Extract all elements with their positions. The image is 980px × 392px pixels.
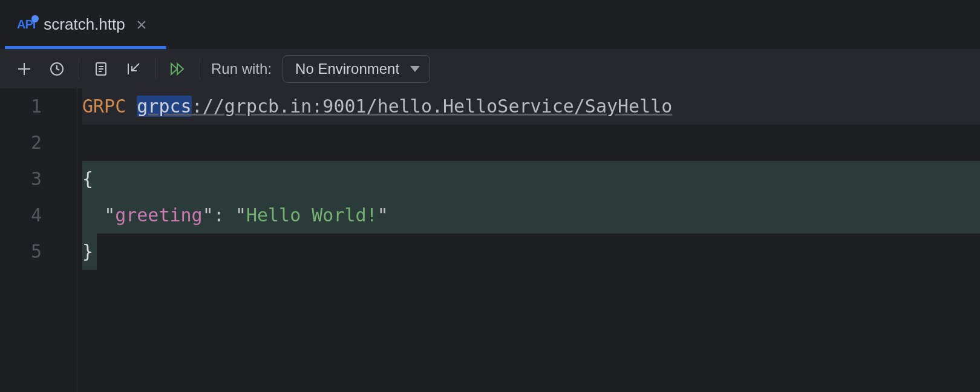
- add-request-button[interactable]: [13, 58, 35, 80]
- toolbar-divider: [200, 59, 200, 79]
- close-icon[interactable]: [134, 17, 149, 33]
- token-quote: ": [104, 204, 115, 226]
- line-number: 2: [0, 125, 42, 161]
- environment-value: No Environment: [295, 60, 399, 77]
- token-quote: ": [203, 204, 214, 226]
- code-line[interactable]: GRPC grpcs://grpcb.in:9001/hello.HelloSe…: [82, 88, 980, 125]
- toolbar-divider: [155, 59, 156, 79]
- token-scheme-selected: grpcs: [137, 96, 191, 117]
- code-editor[interactable]: 1 2 3 4 5 GRPC grpcs://grpcb.in:9001/hel…: [0, 88, 980, 392]
- tab-title: scratch.http: [44, 15, 125, 34]
- line-number: 5: [0, 234, 42, 270]
- line-number: 3: [0, 161, 42, 197]
- history-button[interactable]: [46, 58, 68, 80]
- tab-bar: API scratch.http: [0, 0, 980, 50]
- token-quote: ": [377, 204, 388, 226]
- api-file-icon: API: [17, 18, 35, 31]
- code-line[interactable]: {: [82, 161, 980, 197]
- run-all-button[interactable]: [167, 58, 189, 80]
- code-line[interactable]: [82, 125, 980, 161]
- examples-button[interactable]: [90, 58, 112, 80]
- token-colon: :: [214, 204, 235, 226]
- token-method: GRPC: [82, 96, 126, 117]
- run-with-label: Run with:: [211, 60, 272, 77]
- line-number: 4: [0, 197, 42, 234]
- tab-scratch-http[interactable]: API scratch.http: [0, 0, 164, 49]
- token-key: greeting: [115, 204, 203, 226]
- chevron-down-icon: [410, 66, 420, 72]
- token-string: Hello World!: [246, 204, 377, 226]
- code-line[interactable]: "greeting": "Hello World!": [82, 197, 980, 234]
- indent: [82, 204, 104, 226]
- token-url: ://grpcb.in:9001/hello.HelloService/SayH…: [192, 96, 673, 117]
- line-number: 1: [0, 88, 42, 125]
- token-brace: }: [82, 241, 93, 262]
- editor-toolbar: Run with: No Environment: [0, 50, 980, 88]
- environment-select[interactable]: No Environment: [283, 55, 430, 83]
- import-button[interactable]: [123, 58, 145, 80]
- token-quote: ": [235, 204, 246, 226]
- token-brace: {: [82, 168, 93, 189]
- code-line[interactable]: }: [82, 234, 980, 270]
- code-area[interactable]: GRPC grpcs://grpcb.in:9001/hello.HelloSe…: [77, 88, 980, 392]
- line-gutter: 1 2 3 4 5: [0, 88, 77, 392]
- toolbar-divider: [79, 59, 79, 79]
